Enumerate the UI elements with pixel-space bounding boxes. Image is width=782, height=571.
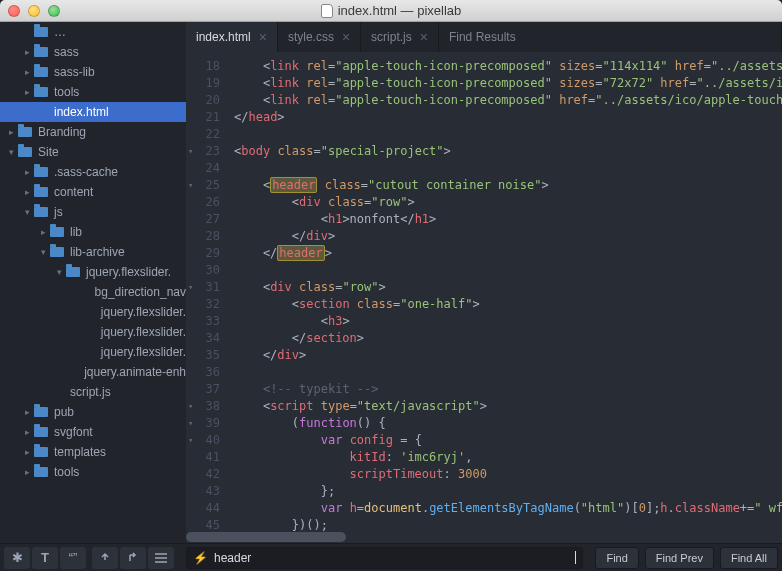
- code-line[interactable]: <body class="special-project">: [234, 143, 782, 160]
- code-line[interactable]: [234, 364, 782, 381]
- tree-file[interactable]: jquery.animate-enh: [0, 362, 186, 382]
- find-all-button[interactable]: Find All: [720, 547, 778, 569]
- menu-icon[interactable]: [148, 547, 174, 569]
- line-number[interactable]: 33: [186, 313, 220, 330]
- find-input[interactable]: [214, 551, 575, 565]
- code-line[interactable]: [234, 262, 782, 279]
- code-line[interactable]: var h=document.getElementsByTagName("htm…: [234, 500, 782, 517]
- close-icon[interactable]: ×: [420, 29, 428, 45]
- tree-file[interactable]: jquery.flexslider.: [0, 322, 186, 342]
- quote-toggle-icon[interactable]: “”: [60, 547, 86, 569]
- next-match-icon[interactable]: [120, 547, 146, 569]
- code-line[interactable]: <link rel="apple-touch-icon-precomposed"…: [234, 58, 782, 75]
- close-icon[interactable]: ×: [259, 29, 267, 45]
- tree-folder[interactable]: ▸Branding: [0, 122, 186, 142]
- tree-file[interactable]: script.js: [0, 382, 186, 402]
- tree-folder[interactable]: ▾lib-archive: [0, 242, 186, 262]
- line-number[interactable]: 32: [186, 296, 220, 313]
- line-number[interactable]: 42: [186, 466, 220, 483]
- code-line[interactable]: [234, 160, 782, 177]
- code-line[interactable]: var config = {: [234, 432, 782, 449]
- line-number[interactable]: 30: [186, 262, 220, 279]
- code-editor[interactable]: 181920212223▾2425▾262728293031▾323334353…: [186, 52, 782, 531]
- line-number[interactable]: 27: [186, 211, 220, 228]
- tree-folder[interactable]: ▸.sass-cache: [0, 162, 186, 182]
- line-number[interactable]: 39▾: [186, 415, 220, 432]
- code-line[interactable]: kitId: 'imc6ryj',: [234, 449, 782, 466]
- tree-folder[interactable]: ▸tools: [0, 82, 186, 102]
- line-number[interactable]: 25▾: [186, 177, 220, 194]
- code-line[interactable]: <section class="one-half">: [234, 296, 782, 313]
- line-number[interactable]: 37: [186, 381, 220, 398]
- tree-folder[interactable]: ▸templates: [0, 442, 186, 462]
- line-number[interactable]: 31▾: [186, 279, 220, 296]
- tree-folder[interactable]: ▾jquery.flexslider.: [0, 262, 186, 282]
- line-number[interactable]: 43: [186, 483, 220, 500]
- line-number[interactable]: 24: [186, 160, 220, 177]
- line-number[interactable]: 35: [186, 347, 220, 364]
- line-number[interactable]: 26: [186, 194, 220, 211]
- line-number[interactable]: 45: [186, 517, 220, 531]
- code-line[interactable]: </section>: [234, 330, 782, 347]
- code-line[interactable]: <h1>nonfont</h1>: [234, 211, 782, 228]
- code-line[interactable]: </div>: [234, 347, 782, 364]
- close-icon[interactable]: ×: [342, 29, 350, 45]
- code-line[interactable]: <link rel="apple-touch-icon-precomposed"…: [234, 75, 782, 92]
- code-line[interactable]: <!-- typekit -->: [234, 381, 782, 398]
- tree-file[interactable]: bg_direction_nav: [0, 282, 186, 302]
- tab[interactable]: Find Results: [439, 22, 782, 52]
- line-number[interactable]: 21: [186, 109, 220, 126]
- regex-toggle-icon[interactable]: ✱: [4, 547, 30, 569]
- line-number[interactable]: 40▾: [186, 432, 220, 449]
- find-button[interactable]: Find: [595, 547, 638, 569]
- tree-file[interactable]: jquery.flexslider.: [0, 342, 186, 362]
- tree-folder[interactable]: ▸pub: [0, 402, 186, 422]
- tab[interactable]: script.js×: [361, 22, 439, 52]
- tab[interactable]: style.css×: [278, 22, 361, 52]
- tree-folder[interactable]: ▸lib: [0, 222, 186, 242]
- tree-folder[interactable]: ▾js: [0, 202, 186, 222]
- code-line[interactable]: (function() {: [234, 415, 782, 432]
- scrollbar-thumb[interactable]: [186, 532, 346, 542]
- code-line[interactable]: <div class="row">: [234, 194, 782, 211]
- line-number[interactable]: 22: [186, 126, 220, 143]
- code-line[interactable]: </div>: [234, 228, 782, 245]
- code-line[interactable]: scriptTimeout: 3000: [234, 466, 782, 483]
- line-number[interactable]: 19: [186, 75, 220, 92]
- tree-folder[interactable]: ▸content: [0, 182, 186, 202]
- line-number[interactable]: 18: [186, 58, 220, 75]
- line-number[interactable]: 29: [186, 245, 220, 262]
- prev-match-icon[interactable]: [92, 547, 118, 569]
- line-number[interactable]: 20: [186, 92, 220, 109]
- code-line[interactable]: <script type="text/javascript">: [234, 398, 782, 415]
- tree-folder[interactable]: …: [0, 22, 186, 42]
- line-number[interactable]: 28: [186, 228, 220, 245]
- tree-folder[interactable]: ▾Site: [0, 142, 186, 162]
- code-line[interactable]: };: [234, 483, 782, 500]
- line-number[interactable]: 36: [186, 364, 220, 381]
- file-tree-sidebar[interactable]: …▸sass▸sass-lib▸toolsindex.html▸Branding…: [0, 22, 186, 543]
- line-number[interactable]: 41: [186, 449, 220, 466]
- tree-file[interactable]: index.html: [0, 102, 186, 122]
- code-line[interactable]: <h3>: [234, 313, 782, 330]
- line-number[interactable]: 23▾: [186, 143, 220, 160]
- tree-file[interactable]: jquery.flexslider.: [0, 302, 186, 322]
- code-content[interactable]: <link rel="apple-touch-icon-precomposed"…: [228, 52, 782, 531]
- code-line[interactable]: <div class="row">: [234, 279, 782, 296]
- code-line[interactable]: [234, 126, 782, 143]
- tree-folder[interactable]: ▸sass-lib: [0, 62, 186, 82]
- find-input-container[interactable]: ⚡: [186, 547, 583, 569]
- tab[interactable]: index.html×: [186, 22, 278, 52]
- line-number[interactable]: 34: [186, 330, 220, 347]
- case-toggle-icon[interactable]: T: [32, 547, 58, 569]
- code-line[interactable]: </head>: [234, 109, 782, 126]
- tree-folder[interactable]: ▸svgfont: [0, 422, 186, 442]
- find-prev-button[interactable]: Find Prev: [645, 547, 714, 569]
- line-number[interactable]: 38▾: [186, 398, 220, 415]
- code-line[interactable]: <header class="cutout container noise">: [234, 177, 782, 194]
- line-number[interactable]: 44: [186, 500, 220, 517]
- code-line[interactable]: </header>: [234, 245, 782, 262]
- code-line[interactable]: })();: [234, 517, 782, 531]
- horizontal-scrollbar[interactable]: [186, 531, 782, 543]
- tree-folder[interactable]: ▸sass: [0, 42, 186, 62]
